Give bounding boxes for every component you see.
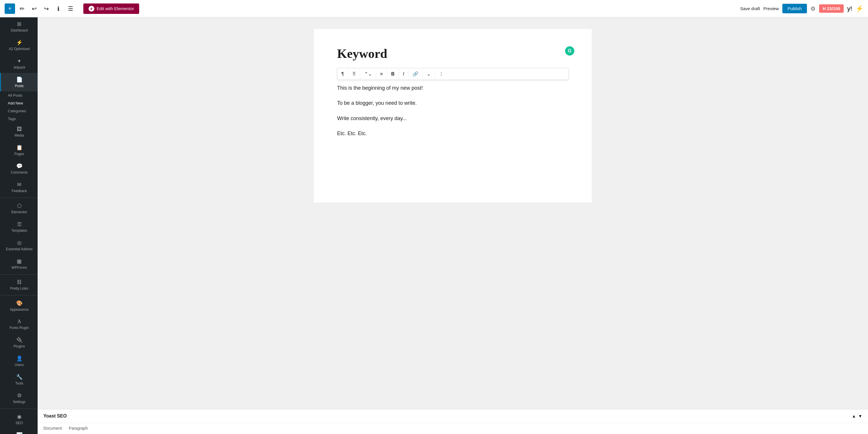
content-paragraph-2[interactable]: To be a blogger, you need to write. xyxy=(337,98,568,107)
sidebar-label-elementor: Elementor xyxy=(11,210,27,214)
more-text-options-button[interactable]: ⌄ xyxy=(423,68,435,80)
lightning-plugin-icon[interactable]: ⚡ xyxy=(856,5,863,12)
content-paragraph-4[interactable]: Etc. Etc. Etc. xyxy=(337,129,568,138)
sidebar-divider-1 xyxy=(0,197,38,198)
post-title[interactable]: Keyword xyxy=(337,46,568,61)
editor-canvas: G Keyword ¶ ⠿ ⌃⌄ ≡ B I 🔗 ⌄ ⋮ This is the… xyxy=(314,29,592,203)
preview-button[interactable]: Preview xyxy=(764,6,779,11)
elementor-sidebar-icon: ⬡ xyxy=(17,203,22,209)
yoast-score-label: 23/100 xyxy=(827,6,840,11)
sidebar-label-seo: SEO xyxy=(16,421,23,425)
sidebar-item-tools[interactable]: 🔧 Tools xyxy=(0,370,38,389)
sidebar-label-pretty-links: Pretty Links xyxy=(10,286,28,290)
templates-icon: ☰ xyxy=(17,221,22,227)
sidebar-sub-posts: All Posts Add New Categories Tags xyxy=(0,91,38,123)
bold-button[interactable]: B xyxy=(387,69,399,80)
essential-addons-icon: ◎ xyxy=(17,240,22,246)
sidebar-item-jetpack[interactable]: ✦ Jetpack xyxy=(0,54,38,73)
sidebar-label-posts: Posts xyxy=(15,84,24,88)
sidebar-label-plugins: Plugins xyxy=(13,344,25,348)
sidebar-divider-2 xyxy=(0,274,38,275)
sidebar-item-pages[interactable]: 📋 Pages xyxy=(0,141,38,159)
tab-paragraph[interactable]: Paragraph xyxy=(69,423,88,434)
align-button[interactable]: ≡ xyxy=(376,69,387,80)
yoast-plugin-icon[interactable]: y! xyxy=(847,5,852,12)
sidebar-label-pages: Pages xyxy=(14,152,24,156)
content-paragraph-3[interactable]: Write consistently, every day... xyxy=(337,114,568,123)
save-draft-button[interactable]: Save draft xyxy=(740,6,760,11)
sidebar-item-media[interactable]: 🖼 Media xyxy=(0,123,38,141)
sidebar-item-plugins[interactable]: 🔌 Plugins xyxy=(0,333,38,352)
sidebar-label-feedback: Feedback xyxy=(11,189,27,193)
paragraph-style-button[interactable]: ¶ xyxy=(337,69,348,80)
appearance-icon: 🎨 xyxy=(16,300,23,306)
sidebar-label-appearance: Appearance xyxy=(10,308,29,312)
yoast-panel: Yoast SEO ▲ ▼ Document Paragraph xyxy=(38,409,868,434)
sidebar-label-fonts-plugin: Fonts Plugin xyxy=(9,326,29,330)
yoast-panel-tabs: Document Paragraph xyxy=(38,423,868,434)
content-paragraph-1[interactable]: This is the beginning of my new post! xyxy=(337,83,568,93)
publish-button[interactable]: Publish xyxy=(782,4,807,13)
sidebar-item-users[interactable]: 👤 Users xyxy=(0,352,38,370)
sidebar-item-dashboard[interactable]: ⊞ Dashboard xyxy=(0,18,38,36)
users-icon: 👤 xyxy=(16,355,23,362)
add-block-button[interactable]: + xyxy=(5,3,15,14)
block-options-button[interactable]: ⋮ xyxy=(435,68,447,80)
toolbar-left: + ✏ ↩ ↪ ℹ ☰ e Edit with Elementor xyxy=(5,3,139,14)
sidebar-item-appearance[interactable]: 🎨 Appearance xyxy=(0,297,38,315)
pretty-links-icon: ⛓ xyxy=(17,279,22,285)
link-button[interactable]: 🔗 xyxy=(408,68,423,80)
sidebar-label-essential-addons: Essential Addons xyxy=(6,247,32,251)
sidebar-item-posts[interactable]: 📄 Posts xyxy=(0,73,38,91)
yoast-panel-header[interactable]: Yoast SEO ▲ ▼ xyxy=(38,409,868,423)
sidebar-sub-tags[interactable]: Tags xyxy=(0,115,38,123)
chevron-up-icon[interactable]: ▲ xyxy=(852,414,856,418)
wpforms-icon: ▦ xyxy=(17,258,22,265)
top-toolbar: + ✏ ↩ ↪ ℹ ☰ e Edit with Elementor Save d… xyxy=(0,0,868,18)
main-layout: ⊞ Dashboard ⚡ A2 Optimized ✦ Jetpack 📄 P… xyxy=(0,18,868,434)
sidebar-item-elementor[interactable]: ⬡ Elementor xyxy=(0,199,38,218)
sidebar-item-essential-addons[interactable]: ◎ Essential Addons xyxy=(0,236,38,255)
sidebar-item-comments[interactable]: 💬 Comments xyxy=(0,159,38,178)
sidebar-item-exactmetrics[interactable]: 📊 ExactMetrics 9 xyxy=(0,429,38,434)
sidebar-label-comments: Comments xyxy=(11,170,28,175)
sidebar-label-media: Media xyxy=(14,133,24,137)
sidebar-item-seo[interactable]: ◉ SEO xyxy=(0,410,38,429)
sidebar-item-fonts-plugin[interactable]: A Fonts Plugin xyxy=(0,315,38,333)
a2optimized-icon: ⚡ xyxy=(16,39,23,46)
undo-button[interactable]: ↩ xyxy=(29,3,39,14)
sidebar-item-feedback[interactable]: ✉ Feedback xyxy=(0,178,38,196)
sidebar-section-main: ⊞ Dashboard ⚡ A2 Optimized ✦ Jetpack 📄 P… xyxy=(0,18,38,434)
edit-with-elementor-button[interactable]: e Edit with Elementor xyxy=(83,3,139,14)
sidebar-item-settings[interactable]: ⚙ Settings xyxy=(0,389,38,407)
drag-handle-button[interactable]: ⠿ xyxy=(348,68,360,80)
sidebar-item-wpforms[interactable]: ▦ WPForms xyxy=(0,255,38,273)
italic-button[interactable]: I xyxy=(399,69,408,80)
feedback-icon: ✉ xyxy=(17,181,22,188)
redo-button[interactable]: ↪ xyxy=(41,3,52,14)
chevron-down-icon[interactable]: ▼ xyxy=(858,414,862,418)
elementor-btn-label: Edit with Elementor xyxy=(97,6,134,11)
sidebar-divider-4 xyxy=(0,408,38,409)
sidebar-sub-all-posts[interactable]: All Posts xyxy=(0,91,38,99)
settings-icon: ⚙ xyxy=(17,392,22,399)
pages-icon: 📋 xyxy=(16,144,23,151)
sidebar-sub-add-new[interactable]: Add New xyxy=(0,99,38,107)
list-view-button[interactable]: ☰ xyxy=(65,3,76,14)
grammarly-icon[interactable]: G xyxy=(565,46,574,56)
edit-pencil-button[interactable]: ✏ xyxy=(17,3,27,14)
plugins-icon: 🔌 xyxy=(16,337,23,343)
settings-gear-button[interactable]: ⚙ xyxy=(810,5,816,12)
sidebar-sub-categories[interactable]: Categories xyxy=(0,107,38,115)
sidebar-divider-3 xyxy=(0,295,38,296)
tab-document[interactable]: Document xyxy=(43,423,62,434)
move-up-down-button[interactable]: ⌃⌄ xyxy=(360,68,376,80)
editor-area: G Keyword ¶ ⠿ ⌃⌄ ≡ B I 🔗 ⌄ ⋮ This is the… xyxy=(38,18,868,409)
sidebar-item-templates[interactable]: ☰ Templates xyxy=(0,218,38,236)
sidebar-item-pretty-links[interactable]: ⛓ Pretty Links xyxy=(0,276,38,294)
sidebar-label-jetpack: Jetpack xyxy=(13,65,25,69)
media-icon: 🖼 xyxy=(17,126,22,132)
sidebar-item-a2optimized[interactable]: ⚡ A2 Optimized xyxy=(0,36,38,54)
info-button[interactable]: ℹ xyxy=(53,3,64,14)
yoast-score-button[interactable]: H 23/100 xyxy=(819,4,844,13)
